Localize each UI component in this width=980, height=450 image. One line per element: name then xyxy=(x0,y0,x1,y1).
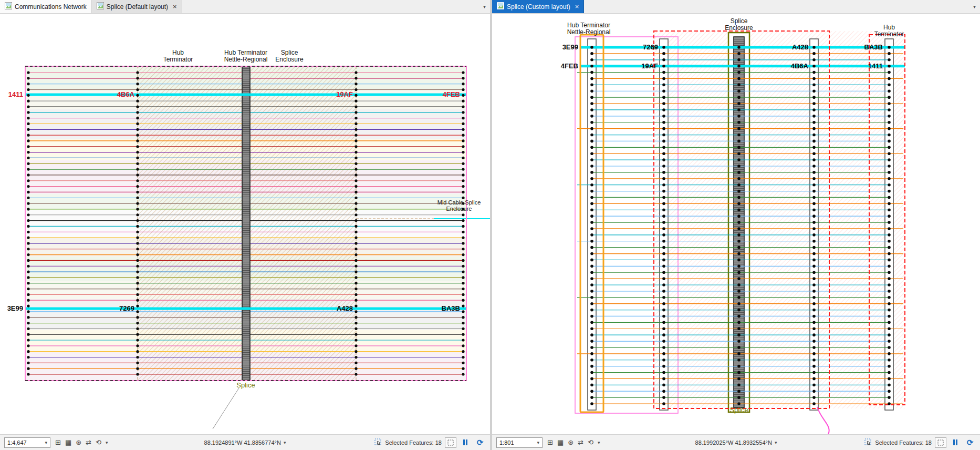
selection-extent-button[interactable] xyxy=(445,437,456,448)
fiber-id-label: 7269 xyxy=(98,304,134,312)
map-tools-group: ⊞ ▦ ⊛ ⇄ ⟲ ▾ xyxy=(55,438,108,446)
left-statusbar: 1:4,647 ▾ ⊞ ▦ ⊛ ⇄ ⟲ ▾ 88.1924891°W 41.88… xyxy=(0,434,490,450)
label-splice: Splice xyxy=(713,406,765,414)
tab-label: Communications Network xyxy=(15,3,87,11)
chevron-down-icon: ▾ xyxy=(45,440,47,445)
tab-communications-network[interactable]: Communications Network xyxy=(0,0,92,13)
coordinates-value: 88.1992025°W 41.8932554°N xyxy=(695,439,772,446)
chevron-down-icon: ▾ xyxy=(284,440,286,445)
tab-label: Splice (Custom layout) xyxy=(507,3,570,11)
scale-value: 1:4,647 xyxy=(7,439,27,446)
attribute-table-icon[interactable]: ▦ xyxy=(557,438,564,446)
diagram-view-icon xyxy=(497,2,504,11)
more-tools-chevron-icon[interactable]: ▾ xyxy=(106,440,108,445)
fiber-id-label: 3E99 xyxy=(0,304,23,312)
rotate-view-icon[interactable]: ⟲ xyxy=(96,438,101,446)
right-map-pane: Splice (Custom layout) × ▾ Hub Terminato… xyxy=(492,0,980,450)
left-map-canvas[interactable]: Hub Terminator Hub Terminator Nettle-Reg… xyxy=(0,14,490,434)
refresh-view-button[interactable]: ⟳ xyxy=(964,437,976,448)
fiber-id-label: 4B6A xyxy=(770,62,808,70)
right-map-canvas[interactable]: Hub Terminator Nettle-Regional Splice En… xyxy=(492,14,980,434)
label-splice: Splice xyxy=(220,381,272,389)
more-tools-chevron-icon[interactable]: ▾ xyxy=(598,440,600,445)
close-icon[interactable]: × xyxy=(173,3,177,10)
chevron-down-icon: ▾ xyxy=(537,440,539,445)
label-mid-cable-splice-enclosure: Mid Cable Splice Enclosure xyxy=(430,199,488,212)
fiber-id-label: 19AF xyxy=(620,62,658,70)
swap-views-icon[interactable]: ⇄ xyxy=(86,438,91,446)
map-view-icon xyxy=(5,2,12,11)
fiber-id-label: 1411 xyxy=(845,62,883,70)
pause-drawing-button[interactable] xyxy=(950,437,961,448)
coordinates-value: 88.1924891°W 41.8856774°N xyxy=(204,439,281,446)
selection-status-group: Selected Features: 18 ⟳ xyxy=(864,437,976,448)
selected-features-text: Selected Features: 18 xyxy=(875,439,932,446)
label-hub-terminator: Hub Terminator xyxy=(863,24,915,38)
tab-splice-default-layout[interactable]: Splice (Default layout) × xyxy=(92,0,182,13)
pause-drawing-button[interactable] xyxy=(460,437,471,448)
layout-grid-icon[interactable]: ⊞ xyxy=(547,438,553,446)
fiber-id-label: BA3B xyxy=(845,43,883,51)
scale-select[interactable]: 1:4,647 ▾ xyxy=(4,437,50,448)
label-splice-enclosure: Splice Enclosure xyxy=(263,49,316,63)
map-tools-group: ⊞ ▦ ⊛ ⇄ ⟲ ▾ xyxy=(547,438,600,446)
attribute-table-icon[interactable]: ▦ xyxy=(65,438,71,446)
selected-features-icon xyxy=(374,438,382,447)
snapping-icon[interactable]: ⊛ xyxy=(76,438,81,446)
left-splice-diagram xyxy=(0,14,490,434)
diagram-view-icon xyxy=(97,2,104,11)
right-view-tabbar: Splice (Custom layout) × ▾ xyxy=(492,0,980,14)
layout-grid-icon[interactable]: ⊞ xyxy=(55,438,61,446)
fiber-id-label: 4FEB xyxy=(423,90,460,98)
tab-label: Splice (Default layout) xyxy=(107,3,168,11)
scale-select[interactable]: 1:801 ▾ xyxy=(496,437,543,448)
fiber-id-label: A428 xyxy=(316,304,353,312)
snapping-icon[interactable]: ⊛ xyxy=(568,438,574,446)
fiber-id-label: 3E99 xyxy=(540,43,578,51)
left-view-tabbar: Communications Network Splice (Default l… xyxy=(0,0,490,14)
right-statusbar: 1:801 ▾ ⊞ ▦ ⊛ ⇄ ⟲ ▾ 88.1992025°W 41.8932… xyxy=(492,434,980,450)
rotate-view-icon[interactable]: ⟲ xyxy=(588,438,593,446)
right-splice-diagram xyxy=(492,14,980,434)
fiber-id-label: 7269 xyxy=(620,43,658,51)
fiber-id-label: 4B6A xyxy=(98,90,134,98)
selected-features-icon xyxy=(864,438,872,447)
close-icon[interactable]: × xyxy=(575,3,579,10)
selected-features-text: Selected Features: 18 xyxy=(385,439,442,446)
chevron-down-icon: ▾ xyxy=(775,440,777,445)
coordinates-display[interactable]: 88.1992025°W 41.8932554°N ▾ xyxy=(695,439,777,446)
label-hub-terminator: Hub Terminator xyxy=(152,49,204,63)
fiber-id-label: A428 xyxy=(770,43,808,51)
left-map-pane: Communications Network Splice (Default l… xyxy=(0,0,490,450)
tab-overflow-chevron-icon[interactable]: ▾ xyxy=(479,4,490,9)
scale-value: 1:801 xyxy=(499,439,514,446)
refresh-view-button[interactable]: ⟳ xyxy=(474,437,486,448)
fiber-id-label: 19AF xyxy=(316,90,353,98)
label-splice-enclosure: Splice Enclosure xyxy=(713,18,765,32)
tab-overflow-chevron-icon[interactable]: ▾ xyxy=(969,4,980,9)
fiber-id-label: 4FEB xyxy=(540,62,578,70)
tab-splice-custom-layout[interactable]: Splice (Custom layout) × xyxy=(492,0,584,13)
app-window: Communications Network Splice (Default l… xyxy=(0,0,980,450)
fiber-id-label: BA3B xyxy=(423,304,460,312)
fiber-id-label: 1411 xyxy=(0,90,23,98)
swap-views-icon[interactable]: ⇄ xyxy=(578,438,583,446)
selection-status-group: Selected Features: 18 ⟳ xyxy=(374,437,486,448)
label-hub-terminator-nettle-regional: Hub Terminator Nettle-Regional xyxy=(552,22,625,36)
selection-extent-button[interactable] xyxy=(935,437,946,448)
coordinates-display[interactable]: 88.1924891°W 41.8856774°N ▾ xyxy=(204,439,286,446)
